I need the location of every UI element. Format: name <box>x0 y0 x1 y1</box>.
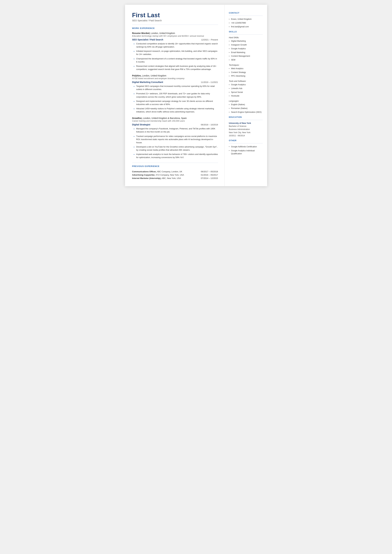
bullet-3-3: Developed a skit on YouTube for the Grow… <box>134 145 218 152</box>
prev-exp-dates-1: 06/2017 – 05/2018 <box>194 170 218 173</box>
contact-list: Essex, United Kingdom +44 1234567890 fir… <box>229 18 263 28</box>
tool-4: Hootsuite <box>229 94 263 98</box>
technique-3: PPC Advertising <box>229 75 263 77</box>
prev-exp-role-3: Internet Marketer (Internship), ABC, New… <box>132 176 194 180</box>
company-name-bold-1: Resume Worded, <box>132 32 150 35</box>
job-title-3: Digital Strategist <box>132 123 150 126</box>
company-name-rest-3: London, United Kingdom & Barcelona, Spai… <box>142 117 187 119</box>
edu-degree-1: Bachelor of Science <box>229 125 246 127</box>
bullet-3-4: Implemented web analytics to track the b… <box>134 153 218 159</box>
prev-exp-dates-3: 07/2014 – 12/2015 <box>194 176 218 180</box>
job-dates-1: 12/2021 – Present <box>201 39 218 41</box>
prev-exp-dates-2: 01/2016 – 05/2017 <box>194 173 218 176</box>
language-2: Romanian (Native) <box>229 107 263 110</box>
job-header-1: SEO Specialist / Paid Search 12/2021 – P… <box>132 38 218 41</box>
skills-title: SKILLS <box>229 31 263 33</box>
other-item-2: Google Analytics Individual Qualificatio… <box>229 149 263 155</box>
work-experience-section: WORK EXPERIENCE Resume Worded, London, U… <box>132 27 218 159</box>
hard-skills-list: Digital Marketing Instagram Growth Googl… <box>229 40 263 61</box>
other-list: Google AdWords Certification Google Anal… <box>229 145 263 155</box>
company-name-rest-2: London, United Kingdom <box>141 74 166 77</box>
tools-list: Google Analytics LinkedIn Ads Sprout Soc… <box>229 83 263 98</box>
prev-exp-role-1: Communications Officer, ABC Company, Lon… <box>132 170 194 173</box>
prev-exp-row-3: Internet Marketer (Internship), ABC, New… <box>132 176 218 180</box>
company-name-bold-3: Growthsi, <box>132 117 142 119</box>
hard-skill-6: SEM <box>229 58 263 61</box>
other-divider <box>229 143 263 143</box>
hard-skill-5: Content Management <box>229 55 263 58</box>
languages-label: Languages: <box>229 100 263 102</box>
company-block-3: Growthsi, London, United Kingdom & Barce… <box>132 117 218 159</box>
tool-1: Google Analytics <box>229 83 263 86</box>
company-block-2: Polyhire, London, United Kingdom NYSE-li… <box>132 74 218 113</box>
contact-section: CONTACT Essex, United Kingdom +44 123456… <box>229 12 263 28</box>
contact-item-3: first.last@gmail.com <box>229 25 263 28</box>
company-name-bold-2: Polyhire, <box>132 74 141 77</box>
technique-1: Web Analytics <box>229 67 263 70</box>
bullet-1-3: Championed the development of a content … <box>134 57 218 63</box>
hard-skill-2: Instagram Growth <box>229 43 263 46</box>
bullet-list-3: Managed the company's Facebook, Instagra… <box>132 127 218 159</box>
contact-item-2: +44 1234567890 <box>229 21 263 24</box>
company-desc-2: NYSE-listed recruitment and employer bra… <box>132 77 218 80</box>
contact-item-1: Essex, United Kingdom <box>229 18 263 21</box>
bullet-list-2: Targeted SEO campaigns that increased mo… <box>132 85 218 113</box>
contact-title: CONTACT <box>229 12 263 14</box>
techniques-label: Techniques: <box>229 64 263 66</box>
company-name-3: Growthsi, London, United Kingdom & Barce… <box>132 117 218 119</box>
previous-experience-table: Communications Officer, ABC Company, Lon… <box>132 170 218 180</box>
header-divider <box>132 25 218 25</box>
other-section: OTHER Google AdWords Certification Googl… <box>229 140 263 155</box>
name-block: First Last SEO Specialist / Paid Search <box>132 12 218 22</box>
hard-skills-label: Hard SKills: <box>229 36 263 39</box>
education-title: EDUCATION <box>229 116 263 118</box>
prev-exp-row-1: Communications Officer, ABC Company, Lon… <box>132 170 218 173</box>
job-header-3: Digital Strategist 06/2018 – 10/2019 <box>132 123 218 126</box>
company-name-1: Resume Worded, London, United Kingdom <box>132 32 218 35</box>
job-title-2: Digital Marketing Consultant <box>132 81 163 83</box>
bullet-2-2: Promoted 21+ webinars, 100 PDF downloads… <box>134 92 218 98</box>
other-item-1: Google AdWords Certification <box>229 145 263 148</box>
education-section: EDUCATION University of New York Bachelo… <box>229 116 263 137</box>
job-title-1: SEO Specialist / Paid Search <box>132 38 163 41</box>
technique-2: Content Strategy <box>229 71 263 74</box>
other-title: OTHER <box>229 140 263 142</box>
job-dates-2: 11/2019 – 11/2021 <box>201 81 218 83</box>
bullet-1-2: Initiated keyword research, on-page opti… <box>134 49 218 56</box>
company-block-1: Resume Worded, London, United Kingdom Ed… <box>132 32 218 71</box>
education-item-1: University of New York Bachelor of Scien… <box>229 122 263 137</box>
techniques-list: Web Analytics Content Strategy PPC Adver… <box>229 67 263 77</box>
resume-page: First Last SEO Specialist / Paid Search … <box>125 5 267 186</box>
bullet-3-2: Tracked campaign performance for video c… <box>134 135 218 144</box>
skills-section: SKILLS Hard SKills: Digital Marketing In… <box>229 31 263 113</box>
language-3: Search Engine Optimization (SEO) <box>229 111 263 114</box>
languages-list: English (Native) Romanian (Native) Searc… <box>229 103 263 113</box>
candidate-subtitle: SEO Specialist / Paid Search <box>132 19 218 22</box>
bullet-list-1: Conducted competitive analysis to identi… <box>132 42 218 71</box>
bullet-2-4: Attracted 1450+weekly visitors to Polyhi… <box>134 107 218 113</box>
company-name-rest-1: London, United Kingdom <box>150 32 175 35</box>
tool-3: Sprout Social <box>229 91 263 94</box>
language-1: English (Native) <box>229 103 263 106</box>
job-header-2: Digital Marketing Consultant 11/2019 – 1… <box>132 81 218 83</box>
bullet-1-1: Conducted competitive analysis to identi… <box>134 42 218 49</box>
tool-2: LinkedIn Ads <box>229 87 263 90</box>
prev-exp-row-2: Advertising Copywriter, XYZ Company, New… <box>132 173 218 176</box>
tools-label: Tools and Software: <box>229 80 263 82</box>
hard-skill-4: Email Marketing <box>229 51 263 54</box>
company-desc-1: Education technology startup with 50+ em… <box>132 35 218 37</box>
hard-skill-3: Google Analytics <box>229 47 263 50</box>
bullet-2-3: Designed and implemented campaign strate… <box>134 100 218 106</box>
edu-field-1: Business Administration <box>229 128 250 130</box>
edu-school-1: University of New York <box>229 122 263 124</box>
hard-skill-1: Digital Marketing <box>229 40 263 43</box>
bullet-1-4: Researched content strategies that align… <box>134 65 218 71</box>
previous-experience-section: PREVIOUS EXPERIENCE Communications Offic… <box>132 165 218 180</box>
bullet-2-1: Targeted SEO campaigns that increased mo… <box>134 85 218 91</box>
prev-exp-role-2: Advertising Copywriter, XYZ Company, New… <box>132 173 194 176</box>
edu-location-1: New York City, New York <box>229 131 251 133</box>
bullet-3-1: Managed the company's Facebook, Instagra… <box>134 127 218 133</box>
edu-dates-1: 10/2011 - 06/2014 <box>229 134 245 137</box>
company-desc-3: Career training and membership SaaS with… <box>132 120 218 122</box>
job-dates-3: 06/2018 – 10/2019 <box>201 124 218 126</box>
